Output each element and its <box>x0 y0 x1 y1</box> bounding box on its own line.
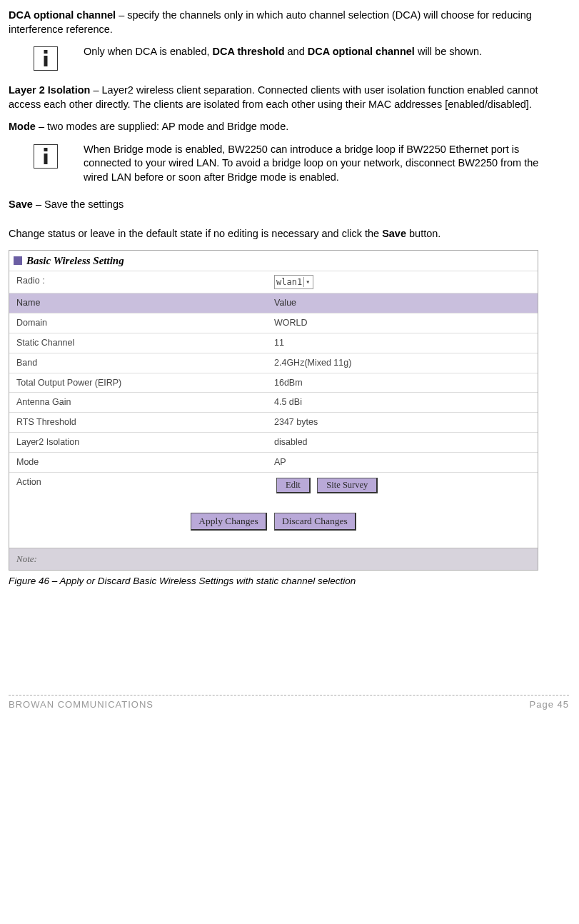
label-save: Save <box>9 199 33 210</box>
cell-name: Total Output Power (EIRP) <box>9 373 270 393</box>
button-row: Apply Changes Discard Changes <box>9 498 538 548</box>
panel-titlebar: Basic Wireless Setting <box>9 251 538 271</box>
info1-pre: Only when DCA is enabled, <box>84 46 213 57</box>
radio-value: wlan1 <box>276 276 302 288</box>
footer-right: Page 45 <box>530 698 569 711</box>
radio-select[interactable]: wlan1▾ <box>274 275 313 289</box>
panel-title: Basic Wireless Setting <box>26 253 124 268</box>
cell-name: Layer2 Isolation <box>9 433 270 452</box>
edit-button[interactable]: Edit <box>276 478 311 493</box>
discard-changes-button[interactable]: Discard Changes <box>274 513 356 531</box>
para-change: Change status or leave in the default st… <box>9 227 569 241</box>
table-row: Static Channel11 <box>9 333 538 353</box>
table-row: RTS Threshold2347 bytes <box>9 412 538 432</box>
info1-b1: DCA threshold <box>213 46 285 57</box>
cell-name: Band <box>9 353 270 373</box>
cell-value: 11 <box>270 333 538 353</box>
cell-value: 2347 bytes <box>270 413 538 432</box>
cell-name: Domain <box>9 313 270 333</box>
hdr-name: Name <box>9 293 270 313</box>
label-layer2: Layer 2 Isolation <box>9 84 90 96</box>
change-pre: Change status or leave in the default st… <box>9 228 382 239</box>
table-row: Total Output Power (EIRP)16dBm <box>9 373 538 393</box>
para-dca-optional: DCA optional channel – specify the chann… <box>9 9 569 36</box>
cell-value: AP <box>270 453 538 472</box>
change-post: button. <box>406 228 440 239</box>
table-row: Layer2 Isolationdisabled <box>9 432 538 452</box>
cell-name: Static Channel <box>9 333 270 353</box>
info-bridge-text: When Bridge mode is enabled, BW2250 can … <box>84 143 569 185</box>
info1-mid: and <box>285 46 308 57</box>
cell-value: 4.5 dBi <box>270 393 538 412</box>
info-dca-text: Only when DCA is enabled, DCA threshold … <box>84 45 569 59</box>
table-row: DomainWORLD <box>9 313 538 333</box>
info-icon <box>34 46 58 71</box>
text-mode: – two modes are supplied: AP mode and Br… <box>36 121 288 132</box>
hdr-value: Value <box>270 293 538 313</box>
info-dca: Only when DCA is enabled, DCA threshold … <box>9 45 569 71</box>
chevron-down-icon: ▾ <box>303 277 311 287</box>
cell-name: RTS Threshold <box>9 413 270 432</box>
para-save: Save – Save the settings <box>9 198 569 212</box>
panel-icon <box>14 256 22 265</box>
para-mode: Mode – two modes are supplied: AP mode a… <box>9 120 569 134</box>
footer-left: BROWAN COMMUNICATIONS <box>9 698 153 711</box>
cell-value: disabled <box>270 433 538 452</box>
change-b: Save <box>382 228 406 239</box>
label-action: Action <box>9 473 270 498</box>
text-save: – Save the settings <box>33 199 124 210</box>
info1-post: will be shown. <box>415 46 482 57</box>
info1-b2: DCA optional channel <box>308 46 415 57</box>
para-layer2: Layer 2 Isolation – Layer2 wireless clie… <box>9 84 569 111</box>
apply-changes-button[interactable]: Apply Changes <box>191 513 267 531</box>
info-bridge: When Bridge mode is enabled, BW2250 can … <box>9 143 569 185</box>
figure-caption: Figure 46 – Apply or Discard Basic Wirel… <box>9 575 569 588</box>
site-survey-button[interactable]: Site Survey <box>317 478 378 493</box>
cell-value: WORLD <box>270 313 538 333</box>
settings-panel: Basic Wireless Setting Radio : wlan1▾ Na… <box>9 250 538 571</box>
cell-name: Mode <box>9 453 270 472</box>
info-icon <box>34 144 58 169</box>
label-dca-optional: DCA optional channel <box>9 9 116 21</box>
row-action: Action Edit Site Survey <box>9 472 538 498</box>
table-row: Band2.4GHz(Mixed 11g) <box>9 353 538 373</box>
cell-name: Antenna Gain <box>9 393 270 412</box>
cell-value: 16dBm <box>270 373 538 393</box>
page-footer: BROWAN COMMUNICATIONS Page 45 <box>9 695 569 711</box>
label-mode: Mode <box>9 121 36 132</box>
row-header: Name Value <box>9 293 538 313</box>
row-radio: Radio : wlan1▾ <box>9 271 538 293</box>
table-row: Antenna Gain4.5 dBi <box>9 392 538 412</box>
table-row: ModeAP <box>9 452 538 472</box>
cell-value: 2.4GHz(Mixed 11g) <box>270 353 538 373</box>
note-bar: Note: <box>9 548 538 570</box>
label-radio: Radio : <box>9 271 270 293</box>
